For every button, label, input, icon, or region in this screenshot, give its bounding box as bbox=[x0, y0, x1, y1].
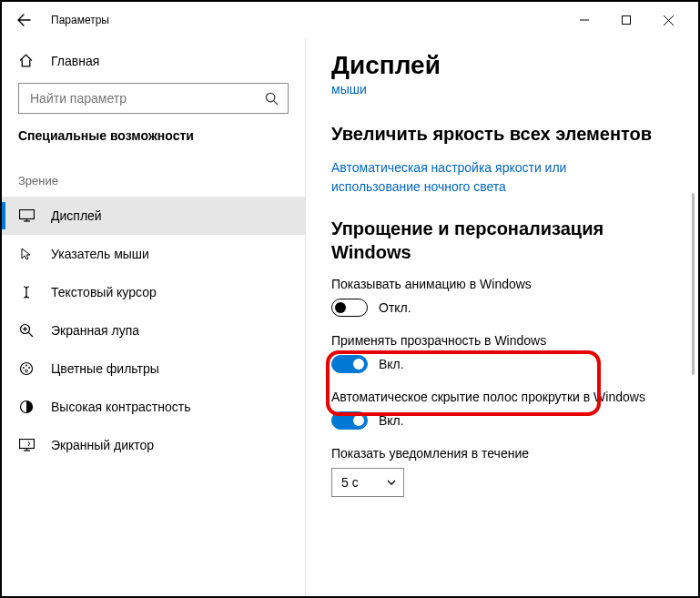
main-panel: Дисплей мыши Увеличить яркость всех элем… bbox=[306, 38, 698, 596]
sidebar-item-label: Указатель мыши bbox=[51, 247, 149, 261]
titlebar: Параметры bbox=[2, 2, 698, 38]
section-simplify: Упрощение и персонализация Windows bbox=[331, 217, 676, 264]
settings-window: Параметры Главная bbox=[0, 0, 700, 598]
sidebar: Главная Специальные возможности Зрение Д… bbox=[2, 38, 306, 596]
sidebar-item-label: Цветные фильтры bbox=[51, 361, 159, 376]
sidebar-item-label: Экранная лупа bbox=[51, 323, 139, 338]
home-icon bbox=[18, 53, 35, 68]
notification-duration-dropdown[interactable]: 5 с bbox=[331, 468, 404, 497]
page-title: Дисплей bbox=[331, 51, 676, 80]
window-title: Параметры bbox=[51, 14, 109, 26]
transparency-toggle[interactable] bbox=[331, 355, 368, 373]
svg-point-17 bbox=[28, 367, 30, 369]
svg-rect-6 bbox=[19, 210, 34, 219]
search-input[interactable] bbox=[28, 90, 265, 106]
window-controls bbox=[563, 6, 689, 34]
minimize-button[interactable] bbox=[563, 6, 605, 34]
svg-point-18 bbox=[25, 370, 28, 372]
narrator-icon bbox=[18, 439, 35, 451]
search-icon bbox=[265, 92, 279, 106]
svg-rect-20 bbox=[19, 440, 34, 449]
sidebar-item-display[interactable]: Дисплей bbox=[2, 197, 305, 235]
brightness-settings-link[interactable]: Автоматическая настройка яркости или исп… bbox=[331, 158, 659, 197]
dropdown-value: 5 с bbox=[341, 475, 359, 490]
section-brightness: Увеличить яркость всех элементов bbox=[331, 122, 676, 146]
notification-duration-label: Показать уведомления в течение bbox=[331, 446, 676, 461]
sidebar-item-magnifier[interactable]: Экранная лупа bbox=[2, 311, 305, 350]
sidebar-item-label: Высокая контрастность bbox=[51, 400, 190, 414]
scrollbar-hide-state: Вкл. bbox=[379, 413, 404, 428]
nav-group-vision: Зрение bbox=[2, 163, 305, 197]
maximize-icon bbox=[622, 15, 631, 25]
settings-category: Специальные возможности bbox=[2, 128, 305, 163]
maximize-button[interactable] bbox=[605, 6, 647, 34]
transparency-state: Вкл. bbox=[379, 357, 404, 371]
display-icon bbox=[18, 209, 35, 222]
minimize-icon bbox=[580, 15, 589, 25]
high-contrast-icon bbox=[18, 400, 35, 414]
color-filters-icon bbox=[18, 361, 35, 376]
magnifier-icon bbox=[18, 323, 35, 338]
search-box[interactable] bbox=[18, 83, 289, 114]
home-label: Главная bbox=[51, 54, 99, 68]
svg-point-16 bbox=[25, 365, 27, 367]
sidebar-item-color-filters[interactable]: Цветные фильтры bbox=[2, 350, 305, 388]
svg-point-14 bbox=[21, 363, 33, 375]
home-nav[interactable]: Главная bbox=[2, 42, 305, 77]
svg-line-5 bbox=[274, 100, 278, 104]
sidebar-item-label: Текстовый курсор bbox=[51, 285, 157, 299]
partial-link[interactable]: мыши bbox=[331, 82, 676, 96]
text-cursor-icon bbox=[18, 285, 35, 299]
animation-toggle[interactable] bbox=[331, 299, 368, 317]
sidebar-item-label: Дисплей bbox=[51, 208, 102, 223]
sidebar-item-label: Экранный диктор bbox=[51, 438, 154, 452]
scrollbar-hide-toggle[interactable] bbox=[331, 411, 368, 430]
back-button[interactable] bbox=[11, 7, 36, 33]
sidebar-item-text-cursor[interactable]: Текстовый курсор bbox=[2, 273, 305, 311]
transparency-label: Применять прозрачность в Windows bbox=[331, 333, 676, 348]
mouse-pointer-icon bbox=[18, 247, 35, 261]
scrollbar[interactable] bbox=[692, 193, 695, 430]
scrollbar-hide-label: Автоматическое скрытие полос прокрутки в… bbox=[331, 390, 676, 404]
animation-state: Откл. bbox=[379, 300, 411, 315]
svg-rect-1 bbox=[623, 16, 631, 25]
animation-label: Показывать анимацию в Windows bbox=[331, 277, 676, 291]
sidebar-item-mouse-pointer[interactable]: Указатель мыши bbox=[2, 235, 305, 273]
arrow-left-icon bbox=[16, 13, 31, 27]
svg-point-4 bbox=[266, 93, 274, 101]
svg-point-15 bbox=[23, 367, 25, 369]
sidebar-item-narrator[interactable]: Экранный диктор bbox=[2, 426, 305, 464]
svg-line-13 bbox=[29, 333, 34, 338]
close-icon bbox=[664, 15, 674, 25]
close-button[interactable] bbox=[647, 6, 689, 34]
sidebar-item-high-contrast[interactable]: Высокая контрастность bbox=[2, 388, 305, 426]
chevron-down-icon bbox=[387, 480, 396, 485]
scrollbar-thumb[interactable] bbox=[692, 193, 695, 375]
